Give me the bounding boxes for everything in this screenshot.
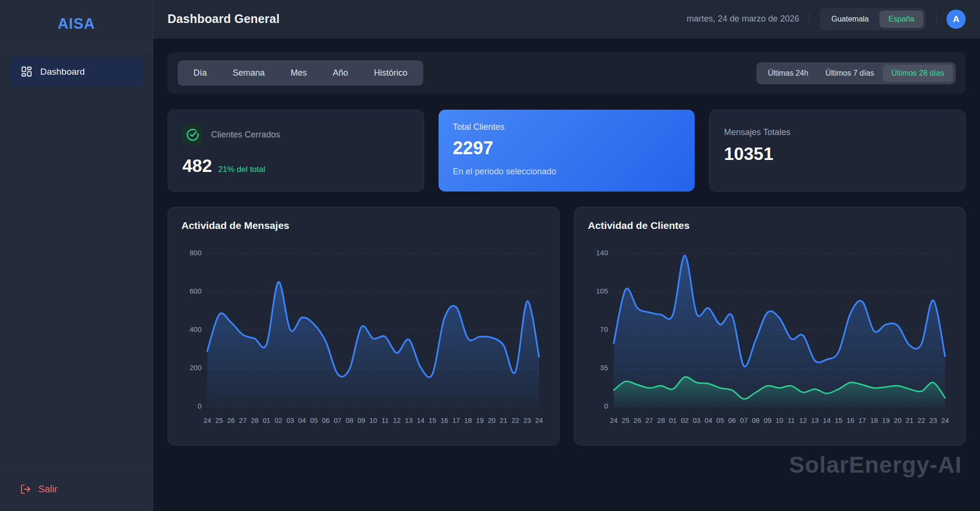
svg-text:26: 26 <box>633 417 641 424</box>
svg-text:28: 28 <box>251 417 259 424</box>
svg-text:03: 03 <box>286 417 294 424</box>
tab-ultimos-7-dias[interactable]: Últimos 7 días <box>817 65 882 82</box>
svg-text:25: 25 <box>622 417 630 424</box>
svg-text:15: 15 <box>428 417 436 424</box>
sidebar-item-dashboard[interactable]: Dashboard <box>10 57 143 87</box>
sidebar-footer: Salir <box>0 467 153 511</box>
svg-text:23: 23 <box>523 417 531 424</box>
logout-button[interactable]: Salir <box>20 484 133 495</box>
svg-text:13: 13 <box>811 417 819 424</box>
svg-text:12: 12 <box>799 417 807 424</box>
svg-text:06: 06 <box>322 417 329 424</box>
range-tab-group: Últimas 24h Últimos 7 días Últimos 28 dí… <box>756 62 956 84</box>
svg-text:08: 08 <box>752 417 760 424</box>
total-messages-value-row: 10351 <box>724 144 951 164</box>
closed-clients-card-head: Clientes Cerrados <box>182 125 409 145</box>
svg-text:18: 18 <box>464 417 472 424</box>
svg-text:01: 01 <box>263 417 270 424</box>
total-clients-card: Total Clientes 2297 En el periodo selecc… <box>439 110 695 192</box>
header-right: martes, 24 de marzo de 2026 Guatemala Es… <box>687 8 966 30</box>
language-toggle: Guatemala España <box>820 8 926 30</box>
svg-text:18: 18 <box>870 417 878 424</box>
total-clients-value: 2297 <box>453 138 681 159</box>
user-avatar[interactable]: A <box>946 10 966 29</box>
language-option-espana[interactable]: España <box>879 11 924 28</box>
svg-text:10: 10 <box>369 417 377 424</box>
svg-text:15: 15 <box>835 417 843 424</box>
total-messages-value: 10351 <box>724 144 773 164</box>
svg-text:11: 11 <box>382 417 389 424</box>
svg-text:08: 08 <box>346 417 353 424</box>
closed-clients-percentage: 21% del total <box>218 165 265 174</box>
svg-text:24: 24 <box>203 417 211 424</box>
filters-toolbar: Día Semana Mes Año Histórico Últimas 24h… <box>168 52 966 94</box>
svg-text:04: 04 <box>705 417 712 424</box>
check-circle-icon <box>182 125 203 145</box>
svg-text:105: 105 <box>596 287 608 295</box>
svg-text:09: 09 <box>358 417 365 424</box>
svg-text:19: 19 <box>882 417 890 424</box>
svg-text:16: 16 <box>846 417 854 424</box>
svg-text:05: 05 <box>310 417 318 424</box>
svg-text:0: 0 <box>604 402 608 410</box>
tab-historico[interactable]: Histórico <box>361 63 420 83</box>
svg-text:16: 16 <box>440 417 448 424</box>
tab-ano[interactable]: Año <box>320 63 361 83</box>
messages-activity-chart: 0200400600800242526272801020304050607080… <box>181 242 546 430</box>
sidebar-item-label: Dashboard <box>40 67 85 77</box>
tab-mes[interactable]: Mes <box>278 63 320 83</box>
svg-text:140: 140 <box>596 249 608 257</box>
messages-activity-card: Actividad de Mensajes 020040060080024252… <box>168 207 560 445</box>
svg-text:24: 24 <box>941 417 949 424</box>
page-title: Dashboard General <box>168 12 280 26</box>
closed-clients-value-row: 482 21% del total <box>182 156 409 176</box>
tab-semana[interactable]: Semana <box>220 63 278 83</box>
svg-text:06: 06 <box>728 417 736 424</box>
svg-text:22: 22 <box>511 417 519 424</box>
sidebar-nav: Dashboard <box>0 48 153 467</box>
svg-text:02: 02 <box>681 417 688 424</box>
svg-text:10: 10 <box>776 417 783 424</box>
brand-watermark: SolarEnergy-AI <box>168 445 966 478</box>
sidebar: AISA Dashboard Salir <box>0 0 153 511</box>
svg-text:22: 22 <box>918 417 925 424</box>
tab-ultimos-28-dias[interactable]: Últimos 28 días <box>883 65 953 82</box>
total-messages-card: Mensajes Totales 10351 <box>709 110 966 192</box>
language-option-guatemala[interactable]: Guatemala <box>822 11 878 28</box>
svg-text:14: 14 <box>823 417 831 424</box>
svg-text:20: 20 <box>488 417 496 424</box>
svg-text:05: 05 <box>716 417 724 424</box>
svg-text:07: 07 <box>334 417 341 424</box>
svg-text:25: 25 <box>215 417 223 424</box>
svg-text:09: 09 <box>764 417 771 424</box>
svg-text:24: 24 <box>610 417 618 424</box>
svg-text:200: 200 <box>190 363 202 372</box>
svg-text:400: 400 <box>190 325 202 333</box>
svg-text:11: 11 <box>788 417 795 424</box>
logo-area: AISA <box>0 0 153 48</box>
total-clients-subtitle: En el periodo seleccionado <box>453 167 681 177</box>
svg-text:0: 0 <box>198 402 202 410</box>
svg-text:12: 12 <box>393 417 401 424</box>
svg-text:07: 07 <box>740 417 748 424</box>
svg-text:02: 02 <box>274 417 282 424</box>
logout-label: Salir <box>38 484 57 495</box>
svg-text:17: 17 <box>858 417 866 424</box>
tab-dia[interactable]: Día <box>180 63 220 83</box>
svg-text:35: 35 <box>600 363 608 372</box>
svg-text:26: 26 <box>227 417 235 424</box>
svg-text:800: 800 <box>190 249 202 257</box>
svg-text:600: 600 <box>190 287 202 295</box>
total-clients-label: Total Clientes <box>453 122 681 132</box>
svg-text:14: 14 <box>417 417 424 424</box>
top-header: Dashboard General martes, 24 de marzo de… <box>153 0 980 38</box>
clients-activity-title: Actividad de Clientes <box>588 220 952 231</box>
svg-text:27: 27 <box>239 417 247 424</box>
svg-text:13: 13 <box>405 417 413 424</box>
app-logo: AISA <box>57 15 95 33</box>
svg-text:03: 03 <box>693 417 700 424</box>
svg-text:20: 20 <box>894 417 901 424</box>
svg-text:23: 23 <box>929 417 937 424</box>
tab-ultimas-24h[interactable]: Últimas 24h <box>759 65 817 82</box>
svg-text:70: 70 <box>600 325 608 333</box>
